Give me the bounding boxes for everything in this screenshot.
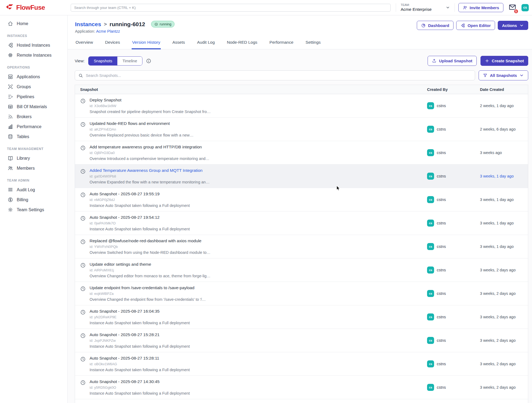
- sidebar-item-performance[interactable]: Performance: [0, 122, 67, 132]
- application-label: Application:: [75, 29, 95, 33]
- table-row[interactable]: Auto Snapshot - 2025-08-27 15:28:11 id: …: [75, 352, 528, 376]
- status-badge: running: [151, 21, 175, 28]
- main-content: Instances > running-6012 running Applica…: [68, 15, 532, 403]
- table-row[interactable]: Auto Snapshot - 2025-08-27 19:54:12 id: …: [75, 211, 528, 235]
- sidebar-item-brokers[interactable]: Brokers: [0, 112, 67, 122]
- table-row[interactable]: Add HTTP endpoint for saving credentials…: [75, 399, 528, 403]
- tab-version-history[interactable]: Version History: [132, 37, 161, 49]
- table-row[interactable]: Auto Snapshot - 2025-08-27 15:28:21 id: …: [75, 329, 528, 352]
- sidebar-item-pipelines[interactable]: Pipelines: [0, 92, 67, 102]
- tab-performance[interactable]: Performance: [269, 37, 294, 49]
- sidebar-item-home[interactable]: Home: [0, 19, 67, 29]
- table-row[interactable]: Updated Node-RED flows and environment i…: [75, 118, 528, 141]
- snapshot-description: Overview Changed editor from monaco to a…: [90, 274, 210, 278]
- sidebar-item-billing[interactable]: Billing: [0, 195, 67, 205]
- column-snapshot: Snapshot: [75, 87, 427, 92]
- divider: [396, 3, 396, 12]
- snapshot-id: id: 0jwPAXMk7O: [90, 221, 190, 225]
- snapshot-date: 3 weeks, 1 day ago: [480, 174, 528, 178]
- page-title: running-6012: [110, 21, 145, 28]
- table-row[interactable]: Auto Snapshot - 2025-08-27 19:55:19 id: …: [75, 188, 528, 211]
- creator-avatar: cs: [427, 102, 434, 109]
- sidebar-item-tables[interactable]: Tables: [0, 132, 67, 142]
- sidebar-item-hosted-instances[interactable]: Hosted Instances: [0, 40, 67, 50]
- table-row[interactable]: Update endpoint from /save-credentials t…: [75, 282, 528, 305]
- snapshot-description: Overview Introduced a comprehensive temp…: [90, 156, 209, 161]
- snapshot-date: 3 weeks, 2 days ago: [480, 315, 528, 319]
- table-row[interactable]: Auto Snapshot - 2025-08-27 14:30:45 id: …: [75, 376, 528, 399]
- sidebar-item-applications[interactable]: Applications: [0, 72, 67, 82]
- tab-audit-log[interactable]: Audit Log: [197, 37, 216, 49]
- table-row[interactable]: Added Temperature Awareness Group and MQ…: [75, 165, 528, 188]
- upload-icon: [432, 59, 436, 63]
- snapshot-title: Add temperature awareness group and HTTP…: [90, 145, 209, 149]
- dashboard-label: Dashboard: [428, 23, 449, 28]
- filter-funnel-icon: [483, 73, 487, 78]
- create-snapshot-button[interactable]: Create Snapshot: [480, 56, 528, 66]
- sidebar-item-members[interactable]: Members: [0, 163, 67, 173]
- sidebar-item-bill-of-materials[interactable]: Bill Of Materials: [0, 102, 67, 112]
- invite-members-button[interactable]: Invite Members: [458, 3, 503, 12]
- clock-icon: [80, 169, 86, 174]
- snapshot-date: 3 weeks, 2 days ago: [480, 362, 528, 366]
- application-link[interactable]: Acme Plantzz: [96, 29, 120, 33]
- sidebar-item-label: Applications: [17, 74, 40, 79]
- snapshot-description: Overview Changed the endpoint flow from …: [90, 297, 206, 302]
- snapshot-id: id: ga0D4W0Pb8: [90, 174, 210, 178]
- snapshot-id: id: X3o6Bw1k9W: [90, 104, 211, 108]
- team-selector[interactable]: TEAM: Acme Enterprise: [400, 3, 451, 12]
- instance-tabs: OverviewDevicesVersion HistoryAssetsAudi…: [68, 37, 532, 49]
- sidebar-item-library[interactable]: Library: [0, 153, 67, 163]
- tab-assets[interactable]: Assets: [172, 37, 186, 49]
- info-icon[interactable]: [146, 58, 151, 64]
- user-plus-icon: [463, 5, 467, 10]
- sidebar-item-team-settings[interactable]: Team Settings: [0, 205, 67, 215]
- snapshot-filter-dropdown[interactable]: All Snapshots: [479, 70, 528, 80]
- chevron-down-icon: [519, 73, 524, 78]
- tab-node-red-logs[interactable]: Node-RED Logs: [226, 37, 258, 49]
- sidebar-item-label: Library: [17, 156, 30, 161]
- table-row[interactable]: Auto Snapshot - 2025-08-27 16:04:35 id: …: [75, 305, 528, 329]
- snapshot-search-input[interactable]: [86, 73, 472, 78]
- sidebar-item-remote-instances[interactable]: Remote Instances: [0, 50, 67, 60]
- creator-avatar: cs: [427, 360, 434, 367]
- creator-name: cstns: [437, 291, 446, 296]
- tab-overview[interactable]: Overview: [75, 37, 94, 49]
- tab-settings[interactable]: Settings: [305, 37, 321, 49]
- notification-badge: 5: [514, 9, 519, 14]
- table-row[interactable]: Deploy Snapshot id: X3o6Bw1k9W Snapshot …: [75, 94, 528, 118]
- snapshot-description: Instance Auto Snapshot taken following a…: [90, 227, 190, 231]
- chevron-down-icon: [519, 23, 524, 28]
- notifications-button[interactable]: 5: [509, 3, 516, 12]
- tab-devices[interactable]: Devices: [105, 37, 121, 49]
- sidebar-item-label: Remote Instances: [17, 53, 52, 58]
- snapshot-title: Auto Snapshot - 2025-08-27 15:28:21: [90, 332, 190, 337]
- creator-name: cstns: [437, 174, 446, 178]
- breadcrumb-instances-link[interactable]: Instances: [75, 21, 101, 28]
- sidebar-item-groups[interactable]: Groups: [0, 82, 67, 92]
- dashboard-button[interactable]: Dashboard: [417, 21, 453, 30]
- brokers-icon: [8, 114, 13, 119]
- flowfuse-logo[interactable]: FlowFuse: [5, 4, 71, 12]
- global-search-input[interactable]: [71, 4, 391, 12]
- actions-button[interactable]: Actions: [498, 21, 528, 30]
- snapshot-title: Update editor settings and theme: [90, 262, 210, 267]
- view-label: View:: [75, 59, 84, 63]
- user-avatar[interactable]: cs: [521, 4, 529, 11]
- upload-snapshot-button[interactable]: Upload Snapshot: [428, 56, 476, 66]
- column-created-by: Created By: [427, 87, 480, 92]
- table-row[interactable]: Update editor settings and theme id: AlR…: [75, 258, 528, 282]
- sidebar-item-audit-log[interactable]: Audit Log: [0, 185, 67, 195]
- table-row[interactable]: Add temperature awareness group and HTTP…: [75, 141, 528, 165]
- snapshot-description: Overview Replaced previous basic device …: [90, 133, 193, 137]
- view-toggle-timeline[interactable]: Timeline: [117, 57, 142, 65]
- table-row[interactable]: Replaced @flowfuse/node-red-dashboard wi…: [75, 235, 528, 258]
- sidebar-item-label: Performance: [17, 124, 42, 129]
- snapshot-date: 3 weeks ago: [480, 151, 528, 155]
- invite-members-label: Invite Members: [470, 5, 499, 10]
- open-editor-button[interactable]: Open Editor: [456, 21, 495, 30]
- clock-icon: [80, 98, 86, 104]
- view-toggle-snapshots[interactable]: Snapshots: [88, 57, 117, 65]
- snapshot-title: Replaced @flowfuse/node-red-dashboard wi…: [90, 238, 210, 243]
- snapshot-title: Added Temperature Awareness Group and MQ…: [90, 168, 210, 173]
